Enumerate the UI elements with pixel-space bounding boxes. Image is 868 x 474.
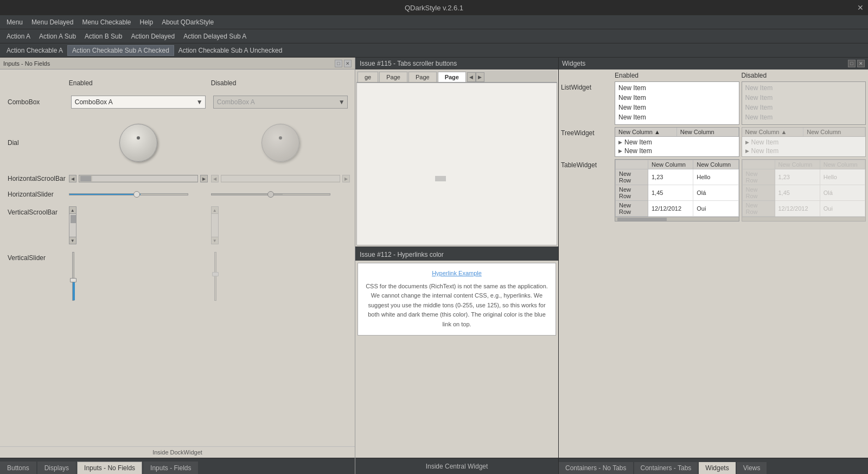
action-checkable-a-button[interactable]: Action Checkable A (2, 46, 67, 55)
action-delayed-button[interactable]: Action Delayed (126, 31, 179, 41)
tab-page-2[interactable]: Page (409, 72, 437, 82)
tab-inputs-no-fields[interactable]: Inputs - No Fields (77, 462, 142, 474)
vslider-row: VerticalSlider (7, 249, 351, 304)
dial-enabled[interactable] (119, 124, 157, 162)
tab-page-active[interactable]: Page (438, 72, 466, 82)
left-panel-title-bar: Inputs - No Fields □ ✕ (0, 58, 355, 69)
vscrollbar-up-arrow[interactable]: ▲ (69, 206, 76, 214)
vslider-handle-enabled[interactable] (70, 278, 76, 282)
vslider-enabled-container[interactable] (69, 252, 208, 301)
tree-col2-header[interactable]: New Column (677, 128, 739, 136)
listwidget-enabled: New Item New Item New Item New Item (615, 81, 739, 125)
tab-page-1[interactable]: Page (379, 72, 407, 82)
center-bottom-label: Inside Central Widget (355, 458, 558, 474)
hscrollbar-left-arrow[interactable]: ◀ (69, 175, 76, 182)
issue112-body-text: CSS for the documents (RichText) is not … (366, 283, 548, 327)
list-item-0[interactable]: New Item (616, 83, 738, 93)
menu-item-help[interactable]: Help (135, 17, 157, 27)
hslider-enabled[interactable] (69, 190, 188, 199)
table-disabled: New Column New Column New Row 1,23 Hello (742, 160, 866, 217)
list-item-2[interactable]: New Item (616, 103, 738, 112)
toolbar-row-1: Action A Action A Sub Action B Sub Actio… (0, 29, 868, 43)
tab-ge[interactable]: ge (358, 72, 378, 82)
menu-item-menu-delayed[interactable]: Menu Delayed (27, 17, 78, 27)
vscrollbar-thumb-enabled (71, 215, 76, 223)
tab-views[interactable]: Views (737, 462, 767, 474)
combobox-enabled[interactable]: ComboBox A ▼ (71, 96, 206, 109)
hyperlink-example[interactable]: Hyperlink Example (363, 269, 550, 279)
vscrollbar-enabled-container: ▲ ▼ (69, 206, 208, 244)
action-a-sub-button[interactable]: Action A Sub (35, 31, 80, 41)
menu-item-menu-checkable[interactable]: Menu Checkable (78, 17, 135, 27)
vslider-disabled-container (211, 252, 350, 301)
tab-displays[interactable]: Displays (37, 462, 76, 474)
vslider-track-disabled (214, 252, 216, 301)
table-col1-header[interactable]: New Column (648, 160, 693, 169)
menu-item-about[interactable]: About QDarkStyle (157, 17, 218, 27)
table-col2-header[interactable]: New Column (693, 160, 738, 169)
table-disabled-col1-header: New Column (775, 160, 820, 169)
combobox-disabled: ComboBox A ▼ (213, 96, 348, 109)
close-button[interactable]: ✕ (857, 3, 864, 12)
table-row-2: New Row 12/12/2012 Oui (616, 201, 739, 217)
tree-col1-header[interactable]: New Column ▲ (615, 128, 677, 136)
hslider-handle-enabled[interactable] (133, 191, 140, 198)
list-item-3[interactable]: New Item (616, 112, 738, 122)
widgets-headers-row: Enabled Disabled (561, 72, 866, 79)
hscrollbar-disabled-left-arrow: ◀ (211, 175, 219, 182)
hslider-disabled (211, 190, 330, 199)
hscrollbar-right-arrow[interactable]: ▶ (200, 175, 208, 182)
tab-widgets[interactable]: Widgets (699, 462, 735, 474)
tab-containers-tabs[interactable]: Containers - Tabs (634, 462, 698, 474)
table-disabled-row-0: New Row 1,23 Hello (742, 169, 865, 185)
main-area: Inputs - No Fields □ ✕ Enabled Disabled (0, 58, 868, 474)
vscrollbar-down-arrow[interactable]: ▼ (69, 237, 76, 244)
action-checkable-sub-a-unchecked-button[interactable]: Action Checkable Sub A Unchecked (174, 46, 286, 55)
tree-header-disabled: New Column ▲ New Column (742, 128, 866, 137)
toolbar-row-2: Action Checkable A Action Checkable Sub … (0, 43, 868, 58)
table-disabled-row-1: New Row 1,45 Olá (742, 185, 865, 201)
app-title: QDarkStyle v.2.6.1 (405, 4, 463, 12)
listwidget-label: ListWidget (561, 81, 612, 91)
inputs-content: Enabled Disabled ComboBox (0, 69, 355, 446)
table-row-1: New Row 1,45 Olá (616, 185, 739, 201)
combobox-disabled-arrow-icon: ▼ (339, 98, 345, 106)
widgets-close-icon[interactable]: ✕ (857, 60, 865, 67)
vslider-label: VerticalSlider (8, 254, 46, 262)
vscrollbar-track-disabled (211, 214, 219, 237)
table-disabled-col2-header: New Column (820, 160, 865, 169)
tab-inputs-fields[interactable]: Inputs - Fields (143, 462, 198, 474)
combobox-label: ComboBox (8, 98, 40, 106)
tab-containers-no-tabs[interactable]: Containers - No Tabs (559, 462, 633, 474)
hslider-label: HorizontalSlider (8, 191, 54, 198)
tab-buttons[interactable]: Buttons (0, 462, 36, 474)
table-hscroll[interactable] (615, 217, 739, 221)
tree-expand-icon-1: ▶ (618, 148, 622, 154)
action-checkable-sub-a-checked-button[interactable]: Action Checkable Sub A Checked (67, 45, 174, 56)
tree-disabled-col2-header: New Column (803, 128, 865, 136)
tab-scroll-left-btn[interactable]: ◀ (467, 72, 476, 82)
tab-scroll-right-btn[interactable]: ▶ (476, 72, 484, 82)
listwidget-disabled: New Item New Item New Item New Item (742, 81, 866, 125)
dial-enabled-container (69, 118, 208, 167)
action-b-sub-button[interactable]: Action B Sub (80, 31, 126, 41)
action-a-button[interactable]: Action A (2, 31, 35, 41)
tree-disabled-col1-header: New Column ▲ (742, 128, 804, 136)
hscrollbar-disabled-right-arrow: ▶ (342, 175, 350, 182)
issue115-content: ge Page Page Page ◀ ▶ (355, 69, 558, 247)
vscrollbar-track-enabled[interactable] (69, 214, 76, 237)
table-disabled-hscroll (742, 217, 866, 221)
widgets-minimize-icon[interactable]: □ (848, 60, 856, 67)
tablewidget-label: TableWidget (561, 159, 612, 169)
menu-item-menu[interactable]: Menu (2, 17, 27, 27)
hscrollbar-track-enabled[interactable] (79, 175, 198, 182)
tree-row-1[interactable]: ▶ New Item (616, 147, 738, 155)
action-delayed-sub-a-button[interactable]: Action Delayed Sub A (179, 31, 251, 41)
tree-disabled-sort-icon: ▲ (781, 129, 787, 135)
list-item-1[interactable]: New Item (616, 93, 738, 103)
minimize-icon[interactable]: □ (335, 60, 342, 67)
close-panel-icon[interactable]: ✕ (344, 60, 352, 67)
tablewidget-disabled: New Column New Column New Row 1,23 Hello (742, 159, 866, 222)
tree-sort-icon: ▲ (654, 129, 660, 135)
tree-row-0[interactable]: ▶ New Item (616, 138, 738, 147)
